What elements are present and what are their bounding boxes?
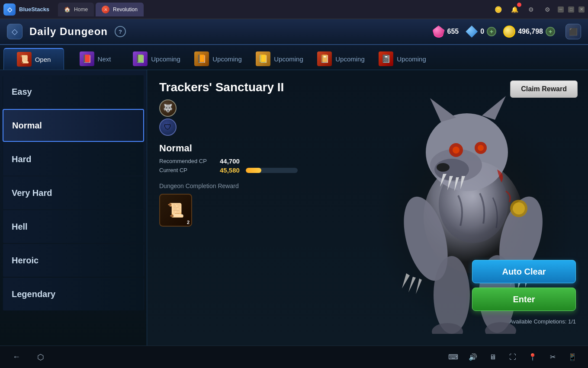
recommended-cp-value: 44,700	[220, 157, 240, 165]
settings-icon[interactable]: ⚙	[525, 3, 537, 16]
difficulty-legendary-label: Legendary	[12, 289, 55, 299]
difficulty-sidebar: Easy Normal Hard Very Hard Hell Heroic L…	[0, 70, 147, 346]
diamond-resource: 0 +	[466, 26, 496, 38]
claim-reward-button[interactable]: Claim Reward	[510, 80, 578, 98]
reward-section-label: Dungeon Completion Reward	[159, 182, 576, 189]
tab-upcoming-2[interactable]: 📙 Upcoming	[188, 48, 248, 70]
home-tab[interactable]: 🏠 Home	[58, 3, 94, 16]
recommended-cp-label: Recommended CP	[159, 158, 215, 164]
shield-icon: 🛡	[159, 118, 177, 136]
titlebar-controls: 🪙 🔔 ⚙ ⚙ ─ □ ✕	[492, 3, 585, 16]
cp-bar-fill	[246, 168, 261, 173]
gem-icon	[433, 26, 445, 38]
add-diamond-button[interactable]: +	[487, 27, 496, 36]
difficulty-very-hard[interactable]: Very Hard	[3, 176, 144, 209]
back-button[interactable]: ◇	[7, 24, 22, 39]
svg-marker-21	[416, 278, 422, 294]
tab-upcoming2-icon: 📙	[194, 51, 209, 66]
coin-resource: 496,798 +	[503, 26, 555, 38]
wolf-icon: 🐺	[159, 99, 177, 117]
volume-icon[interactable]: 🔊	[466, 350, 480, 364]
tab-upcoming5-label: Upcoming	[397, 55, 426, 63]
cp-bar	[246, 168, 298, 173]
dungeon-icon-row-1: 🐺	[159, 99, 576, 117]
gear-icon[interactable]: ⚙	[541, 3, 553, 16]
difficulty-heroic-label: Heroic	[12, 256, 39, 266]
difficulty-easy[interactable]: Easy	[3, 75, 144, 108]
tab-upcoming4-icon: 📔	[317, 51, 332, 66]
dungeon-icon-row-2: 🛡	[159, 118, 576, 136]
tab-next[interactable]: 📕 Next	[65, 48, 125, 70]
recommended-cp-row: Recommended CP 44,700	[159, 157, 576, 165]
dungeon-icons: 🐺 🛡	[159, 99, 576, 136]
help-button[interactable]: ?	[115, 26, 126, 37]
close-button[interactable]: ✕	[578, 6, 585, 13]
tab-upcoming-1[interactable]: 📗 Upcoming	[126, 48, 187, 70]
display-icon[interactable]: 🖥	[486, 350, 500, 364]
app-header: ◇ Daily Dungeon ? 655 0 + 496,798 + ⬛	[0, 19, 588, 45]
location-icon[interactable]: 📍	[526, 350, 540, 364]
difficulty-very-hard-label: Very Hard	[12, 188, 52, 198]
titlebar-tabs: 🏠 Home ⚔ Revolution	[58, 3, 488, 16]
tab-upcoming3-icon: 📒	[256, 51, 270, 66]
svg-marker-20	[408, 277, 416, 292]
enter-button[interactable]: Enter	[472, 288, 576, 311]
tab-upcoming-3[interactable]: 📒 Upcoming	[249, 48, 310, 70]
bottom-right-controls: ⌨ 🔊 🖥 ⛶ 📍 ✂ 📱	[446, 350, 579, 364]
share-icon[interactable]: ✂	[546, 350, 559, 364]
difficulty-hard[interactable]: Hard	[3, 143, 144, 176]
bottom-toolbar: ← ⬡ ⌨ 🔊 🖥 ⛶ 📍 ✂ 📱	[0, 346, 588, 368]
svg-marker-19	[402, 273, 410, 288]
tab-upcoming5-icon: 📓	[379, 51, 393, 66]
coin-icon	[503, 26, 515, 38]
back-nav-button[interactable]: ←	[9, 349, 24, 365]
difficulty-normal-label: Normal	[12, 121, 42, 131]
tab-upcoming-4[interactable]: 📔 Upcoming	[311, 48, 371, 70]
difficulty-hard-label: Hard	[12, 154, 32, 164]
available-completions: Available Completions: 1/1	[509, 318, 576, 325]
tab-upcoming-5[interactable]: 📓 Upcoming	[372, 48, 433, 70]
gem-value: 655	[447, 28, 459, 35]
minimize-button[interactable]: ─	[558, 6, 564, 13]
tab-next-icon: 📕	[80, 51, 94, 66]
add-coin-button[interactable]: +	[546, 27, 555, 36]
dungeon-detail: Claim Reward Trackers' Sanctuary II 🐺 🛡 …	[147, 70, 588, 346]
selected-difficulty-name: Normal	[159, 143, 576, 154]
gem-resource: 655	[433, 26, 459, 38]
home-nav-button[interactable]: ⬡	[33, 349, 48, 365]
difficulty-heroic[interactable]: Heroic	[3, 244, 144, 277]
difficulty-hell[interactable]: Hell	[3, 210, 144, 243]
diamond-value: 0	[480, 28, 484, 35]
title-bar: ◇ BlueStacks 🏠 Home ⚔ Revolution 🪙 🔔 ⚙ ⚙…	[0, 0, 588, 19]
tab-open-icon: 📜	[17, 52, 32, 67]
tab-upcoming2-label: Upcoming	[212, 55, 242, 63]
coin-button[interactable]: 🪙	[492, 3, 504, 16]
difficulty-normal[interactable]: Normal	[3, 109, 144, 142]
bluestacks-logo: ◇	[3, 3, 16, 16]
diamond-icon	[466, 26, 478, 38]
brand-name: BlueStacks	[19, 6, 49, 13]
reward-item: 📜 2	[159, 194, 192, 227]
phone-icon[interactable]: 📱	[566, 350, 579, 364]
difficulty-legendary[interactable]: Legendary	[3, 278, 144, 310]
reward-item-icon: 📜	[167, 202, 184, 218]
game-tab[interactable]: ⚔ Revolution	[96, 3, 144, 16]
exit-button[interactable]: ⬛	[566, 24, 581, 39]
tab-upcoming4-label: Upcoming	[335, 55, 365, 63]
main-content: Easy Normal Hard Very Hard Hell Heroic L…	[0, 70, 588, 346]
home-icon: 🏠	[64, 6, 71, 13]
notification-button[interactable]: 🔔	[508, 3, 521, 16]
difficulty-easy-label: Easy	[12, 87, 32, 97]
action-buttons: Auto Clear Enter	[472, 260, 576, 311]
tab-open[interactable]: 📜 Open	[3, 48, 64, 70]
reward-section: Dungeon Completion Reward 📜 2	[159, 182, 576, 227]
tabs-row: 📜 Open 📕 Next 📗 Upcoming 📙 Upcoming 📒 Up…	[0, 45, 588, 70]
page-title: Daily Dungeon	[29, 26, 108, 38]
current-cp-row: Current CP 45,580	[159, 166, 576, 174]
maximize-button[interactable]: □	[568, 6, 574, 13]
keyboard-icon[interactable]: ⌨	[446, 350, 460, 364]
svg-point-27	[434, 256, 470, 334]
auto-clear-button[interactable]: Auto Clear	[472, 260, 576, 283]
svg-point-29	[432, 323, 463, 334]
fullscreen-icon[interactable]: ⛶	[506, 350, 520, 364]
